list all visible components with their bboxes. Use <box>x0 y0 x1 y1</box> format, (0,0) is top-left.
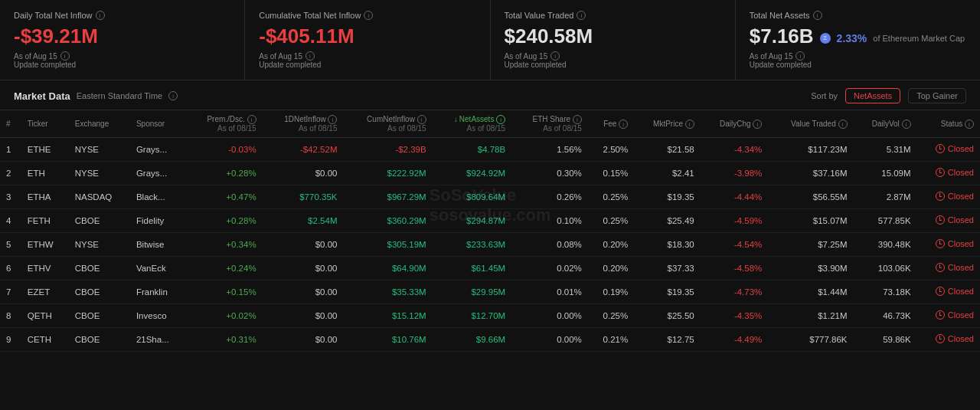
col-prem[interactable]: Prem./Dsc. iAs of 08/15 <box>186 110 263 138</box>
status-badge: Closed <box>936 192 974 201</box>
table-cell: 0.20% <box>588 233 634 257</box>
col-ethshare[interactable]: ETH Share iAs of 08/15 <box>511 110 588 138</box>
card-status-cum: Update completed <box>259 61 475 69</box>
col-fee[interactable]: Fee i <box>588 110 634 138</box>
table-cell: -4.44% <box>701 185 769 209</box>
col-ticker[interactable]: Ticker <box>21 110 69 138</box>
sort-netassets-button[interactable]: NetAssets <box>845 88 900 103</box>
table-row[interactable]: 4FETHCBOEFidelity+0.28%$2.54M$360.29M$29… <box>0 209 980 233</box>
table-cell: NYSE <box>69 162 130 185</box>
table-cell: ETHW <box>21 233 69 257</box>
table-row[interactable]: 2ETHNYSEGrays...+0.28%$0.00$222.92M$924.… <box>0 162 980 185</box>
col-exchange[interactable]: Exchange <box>69 110 130 138</box>
col-mktprice[interactable]: MktPrice i <box>634 110 701 138</box>
clock-icon <box>936 334 945 343</box>
market-header: Market Data Eastern Standard Time i Sort… <box>0 80 980 110</box>
card-value-daily: -$39.21M <box>14 25 230 48</box>
table-row[interactable]: 5ETHWNYSEBitwise+0.34%$0.00$305.19M$233.… <box>0 233 980 257</box>
table-row[interactable]: 3ETHANASDAQBlack...+0.47%$770.35K$967.29… <box>0 185 980 209</box>
info-icon-date-daily[interactable]: i <box>60 51 70 61</box>
info-icon-date-cum[interactable]: i <box>305 51 315 61</box>
table-cell: 21Sha... <box>130 328 186 352</box>
col-dailyvol[interactable]: DailyVol i <box>854 110 917 138</box>
table-cell: +0.02% <box>186 304 263 328</box>
table-cell: 0.01% <box>511 280 588 304</box>
table-cell: $9.66M <box>433 328 512 352</box>
table-cell: -4.49% <box>701 328 769 352</box>
table-row[interactable]: 6ETHVCBOEVanEck+0.24%$0.00$64.90M$61.45M… <box>0 257 980 280</box>
col-netassets[interactable]: ↓NetAssets iAs of 08/15 <box>433 110 512 138</box>
table-cell: CBOE <box>69 328 130 352</box>
info-icon-daily[interactable]: i <box>96 11 105 20</box>
table-cell: -4.54% <box>701 233 769 257</box>
table-cell: $967.29M <box>343 185 432 209</box>
info-icon-date-tna[interactable]: i <box>795 51 805 61</box>
col-valuetraded[interactable]: Value Traded i <box>768 110 853 138</box>
table-row[interactable]: 1ETHENYSEGrays...-0.03%-$42.52M-$2.39B$4… <box>0 138 980 162</box>
table-cell: $294.87M <box>433 209 512 233</box>
table-cell: $19.35 <box>634 280 701 304</box>
table-cell: 0.25% <box>588 304 634 328</box>
table-cell: 3 <box>0 185 21 209</box>
table-cell: QETH <box>21 304 69 328</box>
col-dailychg[interactable]: DailyChg i <box>701 110 769 138</box>
info-icon-date-tvt[interactable]: i <box>550 51 560 61</box>
table-cell: NYSE <box>69 138 130 162</box>
table-cell: -$42.52M <box>263 138 344 162</box>
info-icon-market[interactable]: i <box>168 91 178 100</box>
table-cell: $0.00 <box>263 304 344 328</box>
table-cell: $809.64M <box>433 185 512 209</box>
col-num[interactable]: # <box>0 110 21 138</box>
col-cumnet[interactable]: CumNetInflow iAs of 08/15 <box>343 110 432 138</box>
table-cell: 5.31M <box>854 138 917 162</box>
table-cell: $21.58 <box>634 138 701 162</box>
table-cell: Invesco <box>130 304 186 328</box>
table-cell: NASDAQ <box>69 185 130 209</box>
table-cell: 390.48K <box>854 233 917 257</box>
table-cell: 577.85K <box>854 209 917 233</box>
market-table-wrap: # Ticker Exchange Sponsor Prem./Dsc. iAs… <box>0 110 980 352</box>
status-badge: Closed <box>936 334 974 343</box>
col-net1d[interactable]: 1DNetInflow iAs of 08/15 <box>263 110 344 138</box>
table-cell: $29.95M <box>433 280 512 304</box>
table-cell: 6 <box>0 257 21 280</box>
info-icon-tna[interactable]: i <box>813 11 822 20</box>
table-cell: $64.90M <box>343 257 432 280</box>
table-cell: 2 <box>0 162 21 185</box>
table-cell: $37.16M <box>768 162 853 185</box>
clock-icon <box>936 215 945 225</box>
table-cell: 2.50% <box>588 138 634 162</box>
table-cell: 1 <box>0 138 21 162</box>
table-row[interactable]: 7EZETCBOEFranklin+0.15%$0.00$35.33M$29.9… <box>0 280 980 304</box>
status-badge: Closed <box>936 263 974 272</box>
col-status[interactable]: Status i <box>917 110 980 138</box>
sort-topgainer-button[interactable]: Top Gainer <box>908 88 966 103</box>
table-cell: -$2.39B <box>343 138 432 162</box>
col-sponsor[interactable]: Sponsor <box>130 110 186 138</box>
card-value-cum: -$405.11M <box>259 25 475 48</box>
clock-icon <box>936 263 945 272</box>
table-cell: $12.70M <box>433 304 512 328</box>
table-cell: 1.56% <box>511 138 588 162</box>
table-cell: Bitwise <box>130 233 186 257</box>
table-cell: +0.28% <box>186 162 263 185</box>
status-cell: Closed <box>917 328 980 352</box>
table-row[interactable]: 8QETHCBOEInvesco+0.02%$0.00$15.12M$12.70… <box>0 304 980 328</box>
table-cell: EZET <box>21 280 69 304</box>
table-cell: 9 <box>0 328 21 352</box>
table-header: # Ticker Exchange Sponsor Prem./Dsc. iAs… <box>0 110 980 138</box>
table-cell: $35.33M <box>343 280 432 304</box>
table-cell: 0.08% <box>511 233 588 257</box>
table-cell: 4 <box>0 209 21 233</box>
table-cell: $305.19M <box>343 233 432 257</box>
card-meta-cum: As of Aug 15 i <box>259 51 475 61</box>
table-cell: CBOE <box>69 209 130 233</box>
info-icon-tvt[interactable]: i <box>577 11 586 20</box>
table-cell: 0.26% <box>511 185 588 209</box>
table-cell: $1.21M <box>768 304 853 328</box>
info-icon-cum[interactable]: i <box>364 11 373 20</box>
total-net-assets-card: Total Net Assets i $7.16B Ξ 2.33% of Eth… <box>736 0 980 80</box>
table-row[interactable]: 9CETHCBOE21Sha...+0.31%$0.00$10.76M$9.66… <box>0 328 980 352</box>
table-cell: $1.44M <box>768 280 853 304</box>
daily-net-inflow-card: Daily Total Net Inflow i -$39.21M As of … <box>0 0 245 80</box>
